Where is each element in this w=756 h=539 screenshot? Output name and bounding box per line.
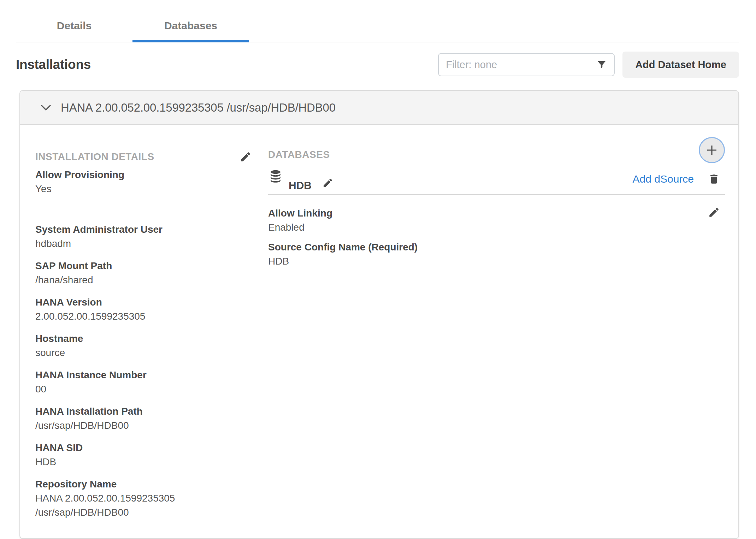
field-label: HANA Instance Number: [35, 368, 252, 382]
field-allow-linking: Allow Linking Enabled: [268, 206, 418, 235]
field-hostname: Hostname source: [35, 332, 252, 360]
databases-title: DATABASES: [268, 149, 330, 160]
installations-toolbar: Installations Add Dataset Home: [16, 52, 739, 78]
field-repository-name: Repository Name HANA 2.00.052.00.1599235…: [35, 477, 252, 520]
edit-database-details-button[interactable]: [708, 206, 720, 218]
delete-database-button[interactable]: [708, 172, 720, 186]
tab-details[interactable]: Details: [16, 13, 132, 42]
field-label: HANA Version: [35, 295, 252, 309]
installation-panel-body: INSTALLATION DETAILS Allow Provisioning …: [20, 125, 738, 538]
field-value: hdbadm: [35, 237, 252, 251]
field-value: HANA 2.00.052.00.1599235305 /usr/sap/HDB…: [35, 491, 252, 520]
database-actions: Add dSource: [633, 172, 725, 186]
pencil-icon: [708, 206, 720, 218]
field-system-administrator-user: System Administrator User hdbadm: [35, 223, 252, 251]
database-icon: [268, 170, 283, 186]
field-hana-installation-path: HANA Installation Path /usr/sap/HDB/HDB0…: [35, 404, 252, 433]
databases-divider: [268, 194, 725, 195]
pencil-icon: [240, 151, 252, 163]
edit-database-button[interactable]: [322, 177, 333, 189]
field-label: Repository Name: [35, 477, 252, 491]
installation-panel-header[interactable]: HANA 2.00.052.00.1599235305 /usr/sap/HDB…: [20, 91, 738, 125]
database-detail-fields: Allow Linking Enabled Source Config Name…: [268, 206, 418, 268]
field-label: Allow Provisioning: [35, 168, 252, 182]
field-source-config-name: Source Config Name (Required) HDB: [268, 240, 418, 268]
field-value: source: [35, 346, 252, 360]
field-hana-instance-number: HANA Instance Number 00: [35, 368, 252, 396]
field-value: /hana/shared: [35, 273, 252, 287]
field-value: /usr/sap/HDB/HDB00: [35, 419, 252, 433]
installation-details-title: INSTALLATION DETAILS: [35, 151, 154, 162]
field-label: Allow Linking: [268, 206, 418, 220]
trash-icon: [708, 172, 720, 186]
databases-column: DATABASES HDB: [268, 149, 725, 528]
field-value: 2.00.052.00.1599235305: [35, 309, 252, 324]
filter-funnel-icon[interactable]: [596, 59, 607, 70]
field-sap-mount-path: SAP Mount Path /hana/shared: [35, 259, 252, 287]
tab-bar: Details Databases: [16, 13, 739, 42]
field-value: Enabled: [268, 220, 418, 235]
field-label: HANA SID: [35, 441, 252, 455]
add-dsource-link[interactable]: Add dSource: [633, 173, 694, 185]
tab-databases[interactable]: Databases: [132, 13, 249, 42]
edit-installation-details-button[interactable]: [240, 151, 252, 163]
installation-title: HANA 2.00.052.00.1599235305 /usr/sap/HDB…: [61, 101, 336, 114]
installation-details-header: INSTALLATION DETAILS: [35, 149, 252, 165]
databases-header: DATABASES: [268, 149, 725, 165]
field-hana-sid: HANA SID HDB: [35, 441, 252, 469]
plus-icon: [705, 144, 718, 156]
field-value: HDB: [268, 254, 418, 268]
field-hana-version: HANA Version 2.00.052.00.1599235305: [35, 295, 252, 324]
database-details: Allow Linking Enabled Source Config Name…: [268, 206, 725, 268]
field-allow-provisioning: Allow Provisioning Yes: [35, 168, 252, 196]
field-label: SAP Mount Path: [35, 259, 252, 273]
add-database-button[interactable]: [699, 137, 725, 163]
filter-box[interactable]: [438, 53, 615, 76]
page-title: Installations: [16, 57, 91, 72]
chevron-down-icon[interactable]: [40, 104, 52, 111]
installation-panel: HANA 2.00.052.00.1599235305 /usr/sap/HDB…: [19, 90, 739, 539]
database-name: HDB: [289, 179, 312, 191]
field-value: Yes: [35, 182, 252, 196]
field-label: Source Config Name (Required): [268, 240, 418, 254]
field-value: 00: [35, 382, 252, 396]
add-dataset-home-button[interactable]: Add Dataset Home: [622, 52, 739, 78]
database-identity: HDB: [268, 170, 333, 191]
database-row-hdb: HDB Add dSource: [268, 170, 725, 191]
field-label: Hostname: [35, 332, 252, 346]
field-label: HANA Installation Path: [35, 404, 252, 419]
installation-details-column: INSTALLATION DETAILS Allow Provisioning …: [35, 149, 252, 528]
filter-input[interactable]: [446, 59, 596, 71]
pencil-icon: [322, 177, 333, 189]
field-label: System Administrator User: [35, 223, 252, 237]
field-value: HDB: [35, 455, 252, 469]
